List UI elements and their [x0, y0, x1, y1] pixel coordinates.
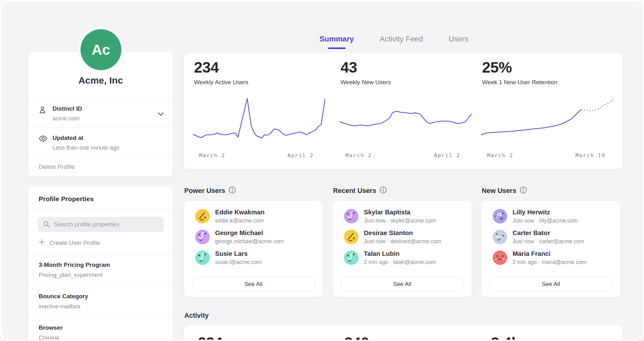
axis-tick-right: April 2 [434, 152, 460, 158]
user-row[interactable]: Desirae Stanton Just now · desirare@acme… [333, 227, 472, 247]
updated-at-row: Updated at Less than one minute ago [28, 128, 173, 157]
axis-tick-left: March 2 [199, 152, 225, 158]
distinct-id-value: acme.com [53, 115, 82, 122]
updated-at-label: Updated at [53, 135, 119, 141]
property-row[interactable]: Bounce Category inactive-mailbox [28, 286, 173, 317]
delete-profile-button[interactable]: Delete Profile [28, 157, 173, 177]
updated-at-value: Less than one minute ago [53, 144, 119, 151]
user-secondary: eddie.k@acme.com [215, 217, 264, 224]
user-name: Desirae Stanton [364, 229, 441, 237]
user-row[interactable]: George Michael george.michael@acme.com [184, 227, 323, 247]
chart-axis: March 2 April 2 [194, 152, 326, 160]
recent-users-header: Recent Users [333, 186, 387, 195]
search-profile-properties-input[interactable] [38, 217, 164, 232]
user-row[interactable]: Carter Bator Just now · carter@acme.com [481, 227, 620, 247]
user-name: Carter Bator [513, 229, 584, 237]
property-value: Pricing_plan_experiment [39, 272, 163, 278]
chevron-down-icon[interactable] [157, 112, 164, 118]
see-all-button[interactable]: See All [341, 277, 464, 291]
company-summary-card: Acme, Inc Distinct ID acme.com Updated a… [28, 52, 173, 177]
active-tab-underline [328, 47, 346, 49]
stat-week1-retention: 25% Week 1 New User Retention March 2 Ma… [482, 52, 620, 169]
user-row[interactable]: Lilly Herwitz Just now · lilly@acme.com [481, 206, 620, 227]
property-name: 3-Month Pricing Program [39, 261, 163, 268]
user-avatar [195, 209, 210, 223]
see-all-button[interactable]: See All [490, 277, 612, 291]
user-avatar [195, 230, 210, 244]
chart-axis: March 2 March 10 [482, 152, 614, 160]
user-row[interactable]: Susie Lars susie.l@acme.com [184, 247, 323, 268]
profile-dashboard: Ac Acme, Inc Distinct ID acme.com Update… [0, 0, 644, 341]
axis-tick-right: March 10 [575, 152, 605, 158]
user-secondary: Just now · carter@acme.com [513, 238, 584, 245]
user-name: Maria Franci [513, 250, 586, 257]
property-value: Chrome [39, 334, 163, 341]
eye-icon [39, 135, 53, 143]
property-name: Bounce Category [39, 293, 163, 300]
axis-tick-right: April 2 [287, 152, 314, 158]
user-secondary: Just now · skyler@acme.com [364, 217, 436, 224]
info-icon[interactable] [380, 186, 387, 195]
user-name: Susie Lars [215, 250, 262, 257]
stat-label: Week 1 New User Retention [482, 79, 557, 86]
axis-tick-left: March 2 [487, 152, 514, 158]
new-users-header: New Users [482, 186, 527, 195]
profile-properties-title: Profile Properties [28, 187, 173, 210]
property-row[interactable]: Browser Chrome [28, 317, 173, 341]
user-secondary: george.michael@acme.com [215, 238, 284, 245]
stat-value: 43 [341, 59, 357, 76]
company-name: Acme, Inc [28, 75, 173, 86]
user-secondary: 2 min ago · talan@acme.com [364, 259, 436, 266]
user-avatar [493, 230, 507, 244]
stat-label: Weekly Active Users [194, 79, 248, 86]
user-row[interactable]: Maria Franci 2 min ago · maria@acme.com [481, 247, 620, 268]
user-avatar [195, 250, 210, 265]
user-avatar [344, 250, 358, 265]
user-secondary: susie.l@acme.com [215, 259, 262, 266]
user-name: Talan Lubin [364, 250, 436, 257]
stat-value: 25% [482, 59, 512, 76]
power-users-header: Power Users [184, 186, 236, 195]
user-row[interactable]: Skylar Baptista Just now · skyler@acme.c… [333, 206, 472, 227]
activity-stat-value: 3.4k [491, 334, 519, 341]
activity-header: Activity [184, 312, 209, 320]
chart-axis: March 2 April 2 [341, 152, 473, 160]
profile-properties-card: Profile Properties Create User Profile 3… [28, 187, 173, 341]
info-icon[interactable] [520, 186, 527, 195]
user-avatar [344, 230, 358, 244]
divider [28, 210, 173, 210]
main-tabs: Summary Activity Feed Users [319, 35, 468, 48]
new-users-card: Lilly Herwitz Just now · lilly@acme.com … [481, 201, 621, 297]
user-row[interactable]: Talan Lubin 2 min ago · talan@acme.com [333, 247, 472, 268]
stat-value: 234 [194, 59, 219, 76]
user-name: Lilly Herwitz [513, 208, 578, 216]
property-value: inactive-mailbox [39, 303, 163, 310]
line-chart [481, 96, 613, 147]
tab-users[interactable]: Users [449, 35, 469, 48]
user-secondary: Just now · desirare@acme.com [364, 238, 441, 245]
stat-label: Weekly New Users [341, 79, 391, 86]
axis-tick-left: March 2 [346, 152, 372, 158]
line-chart [340, 96, 472, 147]
summary-card: 234 Weekly Active Users March 2 April 2 … [184, 52, 623, 170]
tab-summary[interactable]: Summary [319, 35, 354, 48]
create-user-profile-button[interactable]: Create User Profile [28, 232, 173, 254]
user-row[interactable]: Eddie Kwakman eddie.k@acme.com [184, 206, 323, 227]
power-users-card: Eddie Kwakman eddie.k@acme.com George Mi… [184, 201, 323, 297]
property-name: Browser [39, 324, 163, 331]
line-chart [193, 96, 325, 147]
user-avatar [344, 209, 358, 223]
distinct-id-row[interactable]: Distinct ID acme.com [28, 99, 173, 128]
plus-icon [39, 239, 45, 247]
user-name: George Michael [215, 229, 284, 237]
recent-users-card: Skylar Baptista Just now · skyler@acme.c… [332, 201, 472, 297]
user-avatar [493, 250, 507, 265]
property-row[interactable]: 3-Month Pricing Program Pricing_plan_exp… [28, 255, 173, 286]
info-icon[interactable] [229, 186, 236, 195]
user-secondary: 2 min ago · maria@acme.com [513, 259, 586, 266]
activity-stat-value: 234 [198, 334, 223, 341]
tab-activity-feed[interactable]: Activity Feed [380, 35, 423, 48]
user-name: Skylar Baptista [364, 208, 436, 216]
create-user-profile-label: Create User Profile [49, 239, 100, 246]
see-all-button[interactable]: See All [192, 277, 315, 291]
